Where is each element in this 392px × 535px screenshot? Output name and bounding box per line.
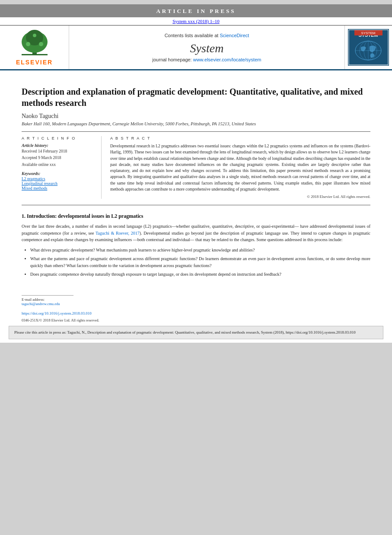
keyword-mixed-methods[interactable]: Mixed methods — [22, 186, 95, 191]
journal-header: ELSEVIER Contents lists available at Sci… — [0, 25, 392, 70]
doi-link[interactable]: https://doi.org/10.1016/j.system.2018.03… — [22, 311, 92, 315]
journal-volume-link[interactable]: System xxx (2018) 1–10 — [172, 19, 219, 24]
system-journal-logo: SYSTEM SYSTEM — [348, 29, 389, 66]
issn-line: 0346-251X/© 2018 Elsevier Ltd. All right… — [22, 318, 370, 322]
available-text: Available online xxx — [22, 162, 95, 168]
abstract-col: A B S T R A C T Developmental research i… — [110, 136, 370, 199]
author-name: Naoko Taguchi — [22, 113, 370, 120]
divider-2 — [22, 205, 370, 205]
body-paragraph-1: Over the last three decades, a number of… — [22, 223, 370, 243]
article-history-group: Article history: Received 14 February 20… — [22, 143, 95, 168]
footnote-text: E-mail address: taguchi@andrew.cmu.edu — [22, 297, 73, 306]
history-label: Article history: — [22, 143, 95, 148]
footnote-section: E-mail address: taguchi@andrew.cmu.edu — [22, 295, 73, 306]
keyword-longitudinal-research[interactable]: Longitudinal research — [22, 182, 95, 186]
homepage-link[interactable]: www.elsevier.com/locate/system — [193, 57, 261, 62]
bullet-item-2: What are the patterns and pace of pragma… — [30, 255, 370, 269]
journal-name: System — [190, 41, 224, 55]
article-title: Description and explanation of pragmatic… — [22, 86, 370, 108]
keywords-group: Keywords: L2 pragmatics Longitudinal res… — [22, 171, 95, 191]
bullet-list: What drives pragmatic development? What … — [30, 247, 370, 278]
accepted-text: Accepted 9 March 2018 — [22, 155, 95, 161]
keywords-label: Keywords: — [22, 171, 95, 176]
abstract-heading: A B S T R A C T — [110, 136, 370, 140]
journal-title-section: Contents lists available at ScienceDirec… — [69, 25, 344, 69]
info-abstract-section: A R T I C L E I N F O Article history: R… — [22, 136, 370, 199]
sciencedirect-link[interactable]: ScienceDirect — [220, 33, 249, 38]
email-link[interactable]: taguchi@andrew.cmu.edu — [22, 302, 60, 306]
section1-title: 1. Introduction: developmental issues in… — [22, 213, 370, 220]
contents-available: Contents lists available at ScienceDirec… — [165, 33, 249, 38]
journal-logo-right: SYSTEM SYSTEM — [344, 25, 392, 69]
svg-rect-3 — [22, 54, 48, 55]
abstract-text: Developmental research in L2 pragmatics … — [110, 143, 370, 192]
article-in-press-banner: ARTICLE IN PRESS — [0, 4, 392, 17]
received-text: Received 14 February 2018 — [22, 149, 95, 154]
bullet-item-1: What drives pragmatic development? What … — [30, 247, 370, 254]
journal-homepage: journal homepage: www.elsevier.com/locat… — [153, 57, 261, 62]
page: ARTICLE IN PRESS System xxx (2018) 1–10 … — [0, 4, 392, 343]
elsevier-logo-section: ELSEVIER — [0, 25, 69, 69]
article-info-heading: A R T I C L E I N F O — [22, 136, 95, 140]
svg-point-5 — [39, 42, 43, 46]
author-affiliation: Baker Hall 160, Modern Languages Departm… — [22, 121, 370, 126]
main-content: Description and explanation of pragmatic… — [0, 70, 392, 289]
body-content: 1. Introduction: developmental issues in… — [22, 213, 370, 278]
abstract-paragraph: Developmental research in L2 pragmatics … — [110, 143, 370, 192]
elsevier-tree-logo — [9, 29, 61, 57]
banner-text: ARTICLE IN PRESS — [156, 8, 236, 14]
copyright-line: © 2018 Elsevier Ltd. All rights reserved… — [110, 194, 370, 199]
taguchi-roever-link[interactable]: Taguchi & Roever, 2017 — [96, 231, 140, 236]
svg-point-6 — [33, 34, 36, 37]
keyword-l2-pragmatics[interactable]: L2 pragmatics — [22, 177, 95, 181]
homepage-label: journal homepage: — [153, 57, 192, 62]
journal-top-bar: System xxx (2018) 1–10 — [0, 17, 392, 25]
svg-text:SYSTEM: SYSTEM — [361, 31, 376, 35]
bullet-item-3: Does pragmatic competence develop natura… — [30, 271, 370, 278]
article-info-col: A R T I C L E I N F O Article history: R… — [22, 136, 102, 199]
elsevier-brand-text: ELSEVIER — [16, 59, 53, 66]
svg-point-4 — [26, 42, 30, 46]
citation-box: Please cite this article in press as: Ta… — [9, 326, 383, 340]
contents-text: Contents lists available at — [165, 33, 219, 38]
doi-section: https://doi.org/10.1016/j.system.2018.03… — [22, 309, 370, 316]
email-label: E-mail address: — [22, 297, 45, 302]
divider-1 — [22, 131, 370, 132]
